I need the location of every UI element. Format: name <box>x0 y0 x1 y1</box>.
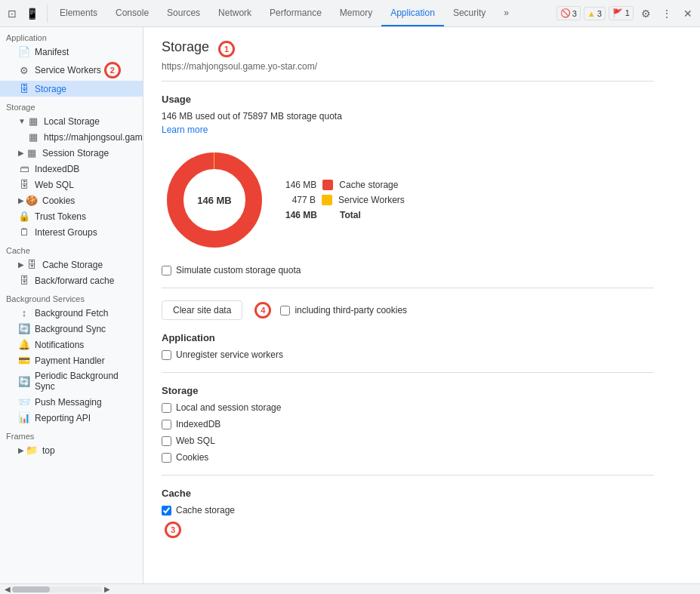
sidebar-item-bfc-label: Back/forward cache <box>35 275 114 286</box>
close-icon[interactable]: ✕ <box>679 5 697 23</box>
sidebar-item-storage-label: Storage <box>35 84 66 94</box>
cache-storage-label: Cache storage <box>176 505 235 516</box>
more-options-icon[interactable]: ⋮ <box>658 5 676 23</box>
learn-more-link[interactable]: Learn more <box>162 125 208 135</box>
simulate-quota-checkbox[interactable] <box>162 266 171 275</box>
sidebar-item-session-storage[interactable]: ▶ ▦ Session Storage <box>0 145 143 161</box>
sidebar-item-reporting-api[interactable]: 📊 Reporting API <box>0 410 143 426</box>
unregister-sw-checkbox[interactable] <box>162 350 171 360</box>
notifications-icon: 🔔 <box>18 339 30 350</box>
including-third-party-checkbox[interactable] <box>280 306 290 315</box>
storage-icon: 🗄 <box>18 83 30 94</box>
sidebar-item-bg-sync[interactable]: 🔄 Background Sync <box>0 321 143 337</box>
devtools-toolbar: ⊡ 📱 Elements Console Sources Network Per… <box>0 0 700 27</box>
tab-application[interactable]: Application <box>381 0 444 26</box>
storage-page-badge: 1 <box>218 41 235 57</box>
storage-clear-section: Storage Local and session storage Indexe… <box>162 385 654 463</box>
page-url: https://mahjongsoul.game.yo-star.com/ <box>162 61 654 82</box>
sidebar-item-trust-tokens[interactable]: 🔒 Trust Tokens <box>0 208 143 224</box>
web-sql-icon: 🗄 <box>18 179 30 190</box>
sidebar-item-bg-fetch[interactable]: ↕ Background Fetch <box>0 305 143 321</box>
cache-clear-section: Cache Cache storage 3 <box>162 488 654 538</box>
sidebar-item-payment-handler[interactable]: 💳 Payment Handler <box>0 352 143 368</box>
service-workers-icon: ⚙ <box>18 65 30 76</box>
cursor-icon[interactable]: ⊡ <box>3 5 21 23</box>
periodic-bg-sync-icon: 🔄 <box>18 376 30 387</box>
sidebar-item-idb-label: IndexedDB <box>35 164 79 174</box>
legend-cache-label: Cache storage <box>339 180 398 190</box>
expand-arrow-top: ▶ <box>18 446 24 454</box>
simulate-quota-row: Simulate custom storage quota <box>162 265 654 275</box>
sidebar-item-interest-groups[interactable]: 🗒 Interest Groups <box>0 224 143 240</box>
cookies-label: Cookies <box>176 452 208 463</box>
cache-storage-checkbox[interactable] <box>162 506 171 516</box>
content-inner: Storage 1 https://mahjongsoul.game.yo-st… <box>143 27 672 559</box>
sidebar-item-pm-label: Push Messaging <box>35 397 102 408</box>
sidebar-item-manifest[interactable]: 📄 Manifest <box>0 44 143 60</box>
divider-2 <box>162 372 654 373</box>
scroll-left-icon[interactable]: ◀ <box>3 585 12 593</box>
sidebar-item-back-forward-cache[interactable]: 🗄 Back/forward cache <box>0 272 143 288</box>
clear-site-data-button[interactable]: Clear site data <box>162 300 242 320</box>
legend-item-cache: 146 MB Cache storage <box>285 180 405 190</box>
sidebar-item-local-storage-url[interactable]: ▦ https://mahjongsoul.game. <box>0 129 143 145</box>
toolbar-left-icons: ⊡ 📱 <box>3 5 48 23</box>
tab-more[interactable]: » <box>495 0 518 26</box>
sidebar-item-notifications[interactable]: 🔔 Notifications <box>0 337 143 352</box>
tab-sources[interactable]: Sources <box>158 0 209 26</box>
scrollbar-thumb[interactable] <box>12 586 50 592</box>
session-storage-icon: ▦ <box>26 147 38 159</box>
legend-total-label: Total <box>340 210 361 220</box>
sidebar-item-manifest-label: Manifest <box>35 47 69 57</box>
tab-memory[interactable]: Memory <box>331 0 381 26</box>
scrollbar-track <box>12 586 103 592</box>
sidebar-item-notif-label: Notifications <box>35 340 84 350</box>
tab-console[interactable]: Console <box>106 0 158 26</box>
expand-arrow-cache: ▶ <box>18 260 24 269</box>
sidebar-section-cache: Cache <box>0 240 143 257</box>
tab-security[interactable]: Security <box>444 0 495 26</box>
sidebar-item-cache-storage[interactable]: ▶ 🗄 Cache Storage <box>0 257 143 272</box>
including-cookies-label: including third-party cookies <box>294 305 407 315</box>
cookies-icon: 🍪 <box>26 195 38 206</box>
cache-badge: 3 <box>165 522 181 538</box>
tab-network[interactable]: Network <box>209 0 261 26</box>
indexeddb-icon: 🗃 <box>18 163 30 174</box>
local-session-checkbox[interactable] <box>162 403 171 413</box>
legend-item-total: 146 MB Total <box>285 210 405 220</box>
sidebar-item-indexeddb[interactable]: 🗃 IndexedDB <box>0 161 143 177</box>
local-session-label: Local and session storage <box>176 402 281 413</box>
manifest-icon: 📄 <box>18 46 30 57</box>
settings-icon[interactable]: ⚙ <box>637 5 655 23</box>
scroll-right-icon[interactable]: ▶ <box>103 585 112 593</box>
device-icon[interactable]: 📱 <box>23 5 41 23</box>
sidebar-item-ig-label: Interest Groups <box>35 227 97 238</box>
sidebar-item-web-sql[interactable]: 🗄 Web SQL <box>0 177 143 192</box>
sidebar-sw-badge: 2 <box>104 62 121 78</box>
sidebar-item-top-frame[interactable]: ▶ 📁 top <box>0 442 143 458</box>
sidebar-item-service-workers[interactable]: ⚙ Service Workers 2 <box>0 60 143 81</box>
legend-sw-value: 477 B <box>285 195 316 205</box>
sidebar-item-cookies[interactable]: ▶ 🍪 Cookies <box>0 192 143 208</box>
sidebar: Application 📄 Manifest ⚙ Service Workers… <box>0 27 143 583</box>
sidebar-item-periodic-bg-sync[interactable]: 🔄 Periodic Background Sync <box>0 368 143 394</box>
warn-badge: ▲ <box>587 9 596 18</box>
expand-arrow-local: ▼ <box>18 117 26 125</box>
web-sql-checkbox[interactable] <box>162 436 171 446</box>
sidebar-item-local-storage[interactable]: ▼ ▦ Local Storage <box>0 113 143 129</box>
sidebar-item-push-messaging[interactable]: 📨 Push Messaging <box>0 394 143 410</box>
divider-1 <box>162 288 654 288</box>
donut-center-label: 146 MB <box>197 195 232 206</box>
legend-sw-label: Service Workers <box>338 195 405 205</box>
tab-performance[interactable]: Performance <box>261 0 331 26</box>
sidebar-item-ls-url-label: https://mahjongsoul.game. <box>44 132 143 143</box>
bg-fetch-icon: ↕ <box>18 307 30 319</box>
tab-elements[interactable]: Elements <box>51 0 106 26</box>
indexeddb-label: IndexedDB <box>176 419 220 429</box>
indexeddb-checkbox[interactable] <box>162 420 171 429</box>
cookies-checkbox[interactable] <box>162 453 171 463</box>
sidebar-item-storage[interactable]: 🗄 Storage <box>0 81 143 97</box>
bottom-scrollbar: ◀ ▶ <box>0 583 700 594</box>
legend-total-spacer <box>323 210 334 220</box>
clear-site-row: Clear site data 4 including third-party … <box>162 300 654 320</box>
